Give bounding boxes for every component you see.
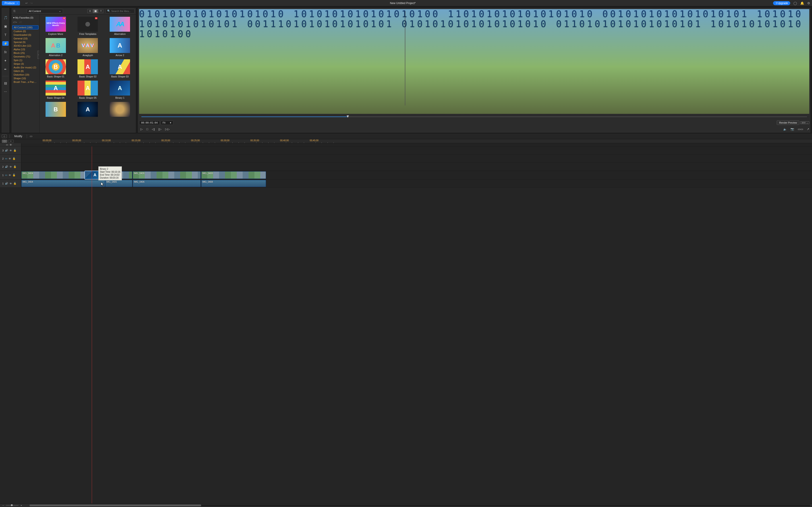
- dual-preview-icon[interactable]: ▭▭: [798, 127, 803, 131]
- video-clip[interactable]: IMG_0408: [201, 171, 266, 179]
- fast-forward-button[interactable]: ▷▷: [165, 127, 170, 131]
- zoom-in-button[interactable]: +: [20, 504, 23, 507]
- timeline-horizontal-scrollbar[interactable]: [30, 505, 810, 506]
- render-preview-button[interactable]: Render Preview: [777, 120, 799, 125]
- preview-canvas[interactable]: 0101010101010101010 1010101010101010100 …: [139, 9, 809, 114]
- library-item[interactable]: BBasic Shape 01: [41, 59, 71, 78]
- zoom-out-button[interactable]: −: [2, 504, 5, 507]
- list-view-icon[interactable]: ☰: [88, 9, 92, 13]
- lock-icon[interactable]: 🔓: [12, 174, 16, 176]
- category-item[interactable]: All Content (180): [12, 25, 39, 30]
- selection-tool-icon[interactable]: ⬚: [2, 139, 7, 143]
- library-item[interactable]: NEW Effects Every Month!NExplore More: [41, 17, 71, 35]
- library-item[interactable]: NFree Templates: [73, 17, 103, 35]
- eye-icon[interactable]: 👁: [9, 182, 12, 185]
- favorites-header[interactable]: ♥ My Favorites (0): [11, 15, 39, 20]
- undo-button[interactable]: ↩: [26, 2, 28, 5]
- track-lane[interactable]: [21, 163, 812, 171]
- notification-bell-icon[interactable]: 🔔: [800, 1, 804, 5]
- library-item[interactable]: AArrow 2: [105, 38, 135, 57]
- prev-frame-button[interactable]: ◁|: [152, 127, 155, 131]
- search-input[interactable]: [111, 10, 133, 12]
- category-item[interactable]: Audio (for music) (2): [12, 66, 39, 69]
- next-frame-button[interactable]: |▷: [158, 127, 161, 131]
- produce-button[interactable]: Produce ›: [2, 1, 20, 5]
- stop-button[interactable]: □: [146, 127, 148, 131]
- play-button[interactable]: ▷: [141, 127, 143, 131]
- subtitle-room-icon[interactable]: ▤: [2, 81, 9, 85]
- category-item[interactable]: General (10): [12, 37, 39, 40]
- audio-track-icon[interactable]: 🔊: [5, 182, 8, 185]
- more-rooms-icon[interactable]: ⋯: [2, 90, 9, 94]
- category-item[interactable]: Glitch (8): [12, 69, 39, 73]
- title-room-icon[interactable]: T: [2, 33, 9, 37]
- track-lane[interactable]: [21, 147, 812, 154]
- eye-icon[interactable]: 👁: [9, 174, 11, 176]
- volume-icon[interactable]: 🔈: [783, 127, 787, 131]
- video-clip[interactable]: IMG_0406: [133, 171, 201, 179]
- remove-tag-icon[interactable]: 🏷: [19, 21, 22, 23]
- snapshot-icon[interactable]: 📷: [791, 127, 794, 131]
- monitor-icon[interactable]: ▭: [6, 143, 8, 146]
- video-track-icon[interactable]: ▭: [5, 157, 7, 160]
- redo-button[interactable]: ↪: [30, 2, 33, 5]
- category-item[interactable]: Downloaded (0): [12, 33, 39, 37]
- video-clip[interactable]: IMG_0404: [21, 171, 85, 179]
- sparkle-room-icon[interactable]: ✦: [2, 58, 9, 63]
- timeline-overview-icon[interactable]: ◇: [2, 134, 7, 138]
- popout-preview-icon[interactable]: ↗: [807, 127, 809, 131]
- audio-clip[interactable]: IMG_0408: [201, 180, 266, 187]
- timeline-ruler[interactable]: 00;00;0000;05;0000;10;0000;15;0000;20;00…: [43, 139, 812, 143]
- lock-icon[interactable]: 🔓: [13, 182, 16, 185]
- pen-room-icon[interactable]: ✒: [2, 67, 9, 71]
- grid-small-view-icon[interactable]: ⠿: [98, 9, 103, 13]
- library-search[interactable]: 🔍: [106, 9, 135, 13]
- timecode-display[interactable]: 00:00:01:04: [139, 121, 160, 125]
- library-item[interactable]: VAVAnaglyph: [73, 38, 103, 57]
- lock-icon[interactable]: 🔓: [12, 157, 16, 160]
- library-item[interactable]: ABinary 1: [105, 80, 135, 99]
- audio-clip[interactable]: IMG_0406: [133, 180, 201, 187]
- category-item[interactable]: Custom (0): [12, 30, 39, 33]
- import-folder-icon[interactable]: ⎘: [13, 9, 16, 13]
- video-overlay-room-icon[interactable]: ▣: [2, 24, 9, 29]
- library-item[interactable]: A: [73, 102, 103, 118]
- lock-icon[interactable]: 🔓: [13, 165, 16, 168]
- user-account-icon[interactable]: ◯: [794, 1, 797, 5]
- keyframe-icon[interactable]: ▭: [30, 134, 33, 138]
- library-item[interactable]: [105, 102, 135, 118]
- eye-icon[interactable]: 👁: [9, 149, 12, 152]
- playhead[interactable]: [92, 147, 92, 503]
- razor-tool-icon[interactable]: ✂: [8, 139, 14, 143]
- category-item[interactable]: 3D/3D-Like (12): [12, 44, 39, 48]
- library-item[interactable]: ABasic Shape 05: [73, 80, 103, 99]
- content-filter-dropdown[interactable]: All Content ⌄: [27, 9, 63, 13]
- eye-icon[interactable]: 👁: [9, 144, 12, 146]
- grid-large-view-icon[interactable]: ▦: [93, 9, 98, 13]
- audio-track-icon[interactable]: 🔊: [5, 149, 8, 152]
- upgrade-button[interactable]: ⇧Upgrade: [773, 1, 790, 5]
- audio-clip[interactable]: IMG_0404: [21, 180, 105, 187]
- modify-button[interactable]: Modify: [12, 134, 24, 138]
- media-room-icon[interactable]: 🎵: [2, 15, 9, 20]
- effect-room-icon[interactable]: fx: [2, 50, 9, 54]
- category-item[interactable]: Stripe (3): [12, 62, 39, 66]
- category-item[interactable]: Block (25): [12, 51, 39, 55]
- track-lane[interactable]: IMG_0404IMG_0405IMG_0406IMG_0408: [21, 179, 812, 187]
- track-lane[interactable]: IMG_0404IMG_0405IMG_0406IMG_0408A: [21, 171, 812, 179]
- library-item[interactable]: ABasic Shape 04: [41, 80, 71, 99]
- library-grid[interactable]: NEW Effects Every Month!NExplore MoreNFr…: [40, 14, 136, 133]
- library-item[interactable]: ABasic Shape 02: [73, 59, 103, 78]
- library-item[interactable]: ABAberration 2: [41, 38, 71, 57]
- add-tag-icon[interactable]: 🏷+: [13, 21, 17, 23]
- category-item[interactable]: Alpha (13): [12, 48, 39, 51]
- preview-scrub-bar[interactable]: [139, 115, 809, 119]
- zoom-slider[interactable]: [6, 505, 18, 506]
- aspect-ratio-dropdown[interactable]: 16:9⌄: [800, 121, 809, 124]
- category-item[interactable]: Brush Tran...s Pack (20): [12, 80, 39, 84]
- zoom-fit-dropdown[interactable]: Fit▾: [161, 121, 173, 125]
- category-item[interactable]: Geometric (71): [12, 55, 39, 58]
- settings-gear-icon[interactable]: ⚙: [807, 1, 810, 5]
- library-item[interactable]: B: [41, 102, 71, 118]
- collapse-sidebar-button[interactable]: ‹: [37, 51, 40, 59]
